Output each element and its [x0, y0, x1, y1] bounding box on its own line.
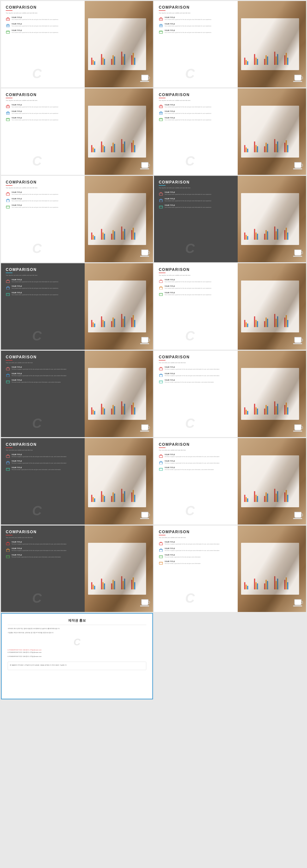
item-desc-10-1: The lines to appear a good plan for this… — [165, 368, 234, 370]
item-text-11-3: YOUR TITLE This work render a good plan … — [11, 467, 81, 471]
title-underline-7 — [6, 273, 12, 273]
c-decoration-12: C — [185, 504, 195, 517]
slide-image-4 — [238, 88, 306, 175]
title-underline-9 — [6, 360, 12, 361]
svg-rect-90 — [6, 550, 9, 552]
calendar-icon-11 — [6, 467, 10, 471]
svg-rect-11 — [160, 18, 162, 18]
svg-rect-70 — [159, 368, 163, 370]
calendar-icon-3 — [6, 117, 10, 122]
slide-7: COMPARISON Your tag line can write your … — [1, 263, 153, 350]
slide-title-7: COMPARISON — [6, 268, 81, 272]
item-text-1-2: YOUR TITLE Your content write a good tex… — [11, 23, 81, 27]
slide-content-last: COMPARISON Your can write your subtitle … — [154, 526, 238, 612]
item-row-13-1: YOUR TITLE The lines to appear a good pl… — [6, 541, 81, 546]
item-title-5-1: YOUR TITLE — [11, 191, 81, 193]
item-desc-4-2: Your content write a good text for this … — [165, 113, 234, 115]
item-row-last-1: YOUR TITLE The lines to appear a good pl… — [159, 541, 234, 546]
item-title-8-2: YOUR TITLE — [165, 285, 234, 287]
c-decoration-10: C — [185, 417, 195, 430]
item-text-5-1: YOUR TITLE Your content write a good tex… — [11, 191, 81, 195]
item-desc-8-3: Your content write a good text for this … — [165, 294, 234, 296]
title-underline-6 — [159, 185, 166, 186]
item-row-10-3: YOUR TITLE This work render a good plan … — [159, 379, 234, 384]
item-text-13-2: YOUR TITLE The lines to appear a good pl… — [11, 548, 81, 552]
item-text-last-3: YOUR TITLE This work render a good plan … — [165, 554, 234, 558]
item-title-12-3: YOUR TITLE — [165, 467, 234, 468]
slide-content-13: COMPARISON Your can write your subtitle … — [1, 526, 85, 612]
item-row-last-2: YOUR TITLE The lines to appear a good pl… — [159, 548, 234, 552]
svg-rect-88 — [6, 543, 9, 545]
slide-image-last — [238, 526, 306, 612]
item-desc-6-3: Your content write a good text for this … — [165, 207, 234, 209]
item-desc-11-1: The lines to appear a good plan for this… — [11, 456, 81, 458]
svg-rect-66 — [6, 375, 9, 377]
info-text-4: E POWERPOINT 제작 의뢰/문의 나무숲@naver.com — [8, 655, 146, 658]
item-desc-5-2: Your content write a good text for this … — [11, 200, 81, 202]
svg-rect-60 — [160, 287, 162, 289]
svg-rect-95 — [160, 542, 162, 543]
item-desc-3-1: Your content write a good text for this … — [11, 106, 81, 108]
item-desc-9-3: This work render a good plan for this si… — [11, 381, 81, 383]
info-text-2: 기업홍보 제안서 회의자료 교육자료 등 각종 PT 제작을 전문으로 합니다 — [8, 631, 146, 634]
svg-rect-16 — [159, 31, 163, 33]
item-text-last-2: YOUR TITLE The lines to appear a good pl… — [165, 548, 234, 552]
slide-title-3: COMPARISON — [6, 93, 81, 97]
info-divider — [8, 625, 146, 625]
item-desc-6-1: Your content write a good text for this … — [165, 194, 234, 195]
item-row-2-3: YOUR TITLE Your content write a good tex… — [159, 30, 234, 34]
info-text-1: 귀하에게 회사 단체 학교 등에서 필요한 프리젠테이션 슬라이드를 제작해드립… — [8, 627, 146, 630]
item-desc-2-1: Your content write a good text for this … — [165, 19, 234, 21]
item-title-12-1: YOUR TITLE — [165, 454, 234, 455]
item-title-3-2: YOUR TITLE — [11, 111, 81, 112]
item-text-7-2: YOUR TITLE Your content write a good tex… — [11, 285, 81, 289]
item-title-7-2: YOUR TITLE — [11, 285, 81, 287]
item-desc-10-2: The lines to appear a good plan for this… — [165, 375, 234, 377]
item-title-last-1: YOUR TITLE — [165, 541, 234, 543]
slide-content-2: COMPARISON Your tag line can write your … — [154, 1, 238, 87]
item-row-10-1: YOUR TITLE The lines to appear a good pl… — [159, 366, 234, 371]
info-panel-title: 제작권 홍보 — [8, 618, 146, 623]
slide-1: COMPARISON Your tag line can write your … — [1, 1, 153, 87]
item-row-4-1: YOUR TITLE Your content write a good tex… — [159, 104, 234, 108]
item-row-6-3: YOUR TITLE Your content write a good tex… — [159, 205, 234, 209]
svg-rect-33 — [160, 113, 162, 115]
subtitle-1: Your tag line can write your subtitle an… — [6, 12, 77, 14]
item-text-12-1: YOUR TITLE The lines to appear a good pl… — [165, 454, 234, 458]
item-text-7-3: YOUR TITLE Your content write a good tex… — [11, 292, 81, 296]
item-row-2-1: YOUR TITLE Your content write a good tex… — [159, 17, 234, 21]
calendar-icon-12 — [159, 467, 163, 471]
item-desc-12-3: This work render a good plan for this si… — [165, 469, 234, 471]
slide-image-3 — [85, 88, 153, 175]
info-text-5: 본 템플릿의 저작권은 나무숲에 있으며 상업용 사용을 금지합니다 개인사용은… — [10, 664, 144, 666]
item-desc-8-1: Your content write a good text for this … — [165, 281, 234, 283]
item-desc-3-3: Your content write a good text for this … — [11, 119, 81, 121]
svg-rect-89 — [7, 542, 9, 543]
slide-title-13: COMPARISON — [6, 530, 81, 534]
svg-rect-44 — [6, 206, 9, 208]
slide-title-4: COMPARISON — [159, 93, 234, 97]
item-text-8-2: YOUR TITLE Your content write a good tex… — [165, 285, 234, 289]
slide-image-6 — [238, 176, 306, 262]
slide-title-9: COMPARISON — [6, 355, 81, 359]
item-desc-7-1: Your content write a good text for this … — [11, 281, 81, 283]
item-desc-2-3: Your content write a good text for this … — [165, 32, 234, 34]
item-row-12-1: YOUR TITLE The lines to appear a good pl… — [159, 454, 234, 458]
c-decoration-13: C — [32, 592, 42, 605]
item-text-1-1: YOUR TITLE Your content write a good tex… — [11, 17, 81, 21]
building-icon-12 — [159, 460, 163, 465]
slide-image-2 — [238, 1, 306, 87]
item-title-4-3: YOUR TITLE — [165, 117, 234, 119]
calendar2-icon-last — [159, 561, 163, 565]
svg-rect-40 — [6, 193, 9, 195]
slide-last-left: COMPARISON Your can write your subtitle … — [154, 526, 306, 612]
building-icon-9 — [6, 373, 10, 377]
subtitle-9: Your can write your subtitle and main ti… — [6, 362, 77, 364]
slide-content-3: COMPARISON Your tag line can write your … — [1, 88, 85, 175]
svg-rect-92 — [6, 556, 9, 558]
item-title-10-1: YOUR TITLE — [165, 366, 234, 368]
item-text-13-3: YOUR TITLE This work render a good plan … — [11, 554, 81, 558]
building-icon-6 — [159, 198, 163, 203]
item-text-2-3: YOUR TITLE Your content write a good tex… — [165, 30, 234, 34]
slide-image-1 — [85, 1, 153, 87]
